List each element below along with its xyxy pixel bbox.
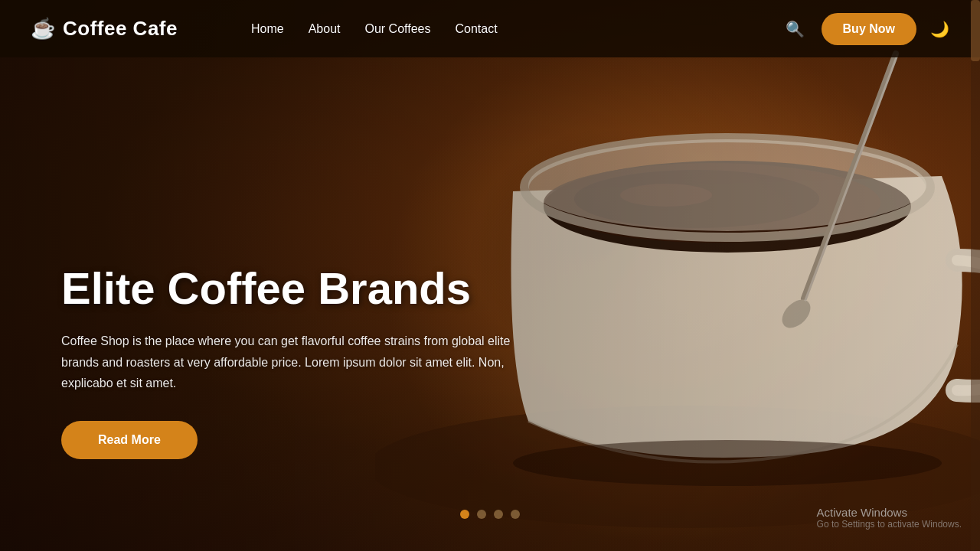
hero-title: Elite Coffee Brands — [61, 264, 521, 313]
scrollbar[interactable] — [971, 0, 980, 551]
coffee-cup-logo-icon: ☕ — [31, 17, 55, 41]
watermark-subtitle: Go to Settings to activate Windows. — [817, 519, 962, 530]
nav-actions: 🔍 Buy Now 🌙 — [782, 13, 949, 45]
buy-now-button[interactable]: Buy Now — [822, 13, 916, 45]
nav-link-our-coffees[interactable]: Our Coffees — [364, 22, 430, 36]
nav-link-about[interactable]: About — [309, 22, 341, 36]
carousel-dot-2[interactable] — [477, 510, 486, 519]
hero-section: ☕ Coffee Cafe Home About Our Coffees Con… — [0, 0, 980, 551]
hero-description: Coffee Shop is the place where you can g… — [61, 331, 521, 393]
nav-link-home[interactable]: Home — [251, 22, 284, 36]
nav-links: Home About Our Coffees Contact — [251, 22, 498, 36]
windows-watermark: Activate Windows Go to Settings to activ… — [817, 506, 962, 530]
read-more-button[interactable]: Read More — [61, 421, 198, 459]
watermark-title: Activate Windows — [817, 506, 962, 519]
nav-logo[interactable]: ☕ Coffee Cafe — [31, 17, 178, 41]
carousel-dot-4[interactable] — [511, 510, 520, 519]
brand-name: Coffee Cafe — [63, 17, 178, 41]
dark-mode-toggle[interactable]: 🌙 — [930, 20, 949, 38]
search-icon[interactable]: 🔍 — [782, 17, 808, 41]
carousel-dot-3[interactable] — [494, 510, 503, 519]
carousel-dots — [460, 510, 520, 519]
scrollbar-thumb[interactable] — [971, 0, 980, 61]
navbar: ☕ Coffee Cafe Home About Our Coffees Con… — [0, 0, 980, 57]
carousel-dot-1[interactable] — [460, 510, 469, 519]
nav-link-contact[interactable]: Contact — [455, 22, 497, 36]
hero-content: Elite Coffee Brands Coffee Shop is the p… — [61, 264, 521, 459]
